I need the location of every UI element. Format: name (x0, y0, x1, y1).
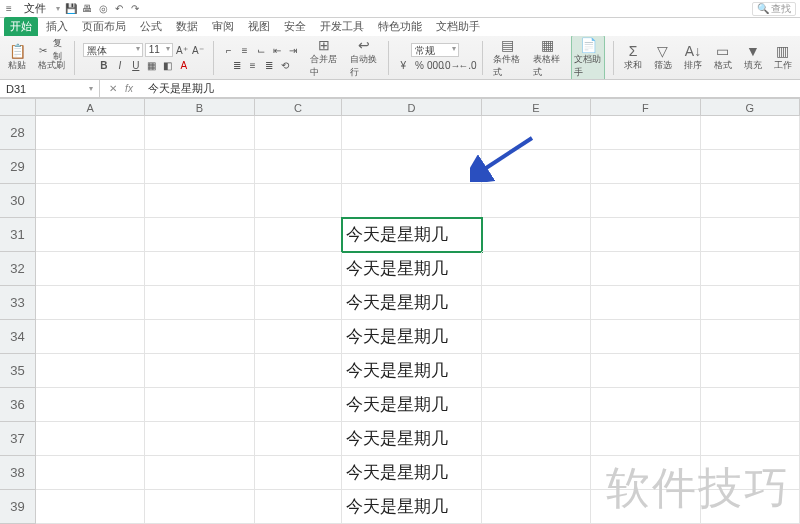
cell-C30[interactable] (255, 184, 343, 218)
col-header-C[interactable]: C (255, 98, 343, 115)
bold-button[interactable]: B (97, 58, 111, 72)
spreadsheet-grid[interactable]: ABCDEFG 28293031今天是星期几32今天是星期几33今天是星期几34… (0, 98, 800, 524)
cell-C31[interactable] (255, 218, 343, 252)
cell-B31[interactable] (145, 218, 254, 252)
cell-F30[interactable] (591, 184, 700, 218)
filter-button[interactable]: ▽筛选 (652, 42, 674, 73)
cell-E31[interactable] (482, 218, 591, 252)
row-header-31[interactable]: 31 (0, 218, 36, 252)
fx-icon[interactable]: fx (122, 82, 136, 96)
fill-button[interactable]: ▼填充 (742, 42, 764, 73)
row-header-38[interactable]: 38 (0, 456, 36, 490)
cell-B30[interactable] (145, 184, 254, 218)
cell-C37[interactable] (255, 422, 343, 456)
cell-G36[interactable] (701, 388, 801, 422)
row-header-37[interactable]: 37 (0, 422, 36, 456)
dec-dec-button[interactable]: ←.0 (460, 58, 474, 72)
work-button[interactable]: ▥工作 (772, 42, 794, 73)
col-header-G[interactable]: G (701, 98, 801, 115)
sum-button[interactable]: Σ求和 (622, 42, 644, 73)
cell-A32[interactable] (36, 252, 145, 286)
cell-A29[interactable] (36, 150, 145, 184)
cell-F38[interactable] (591, 456, 700, 490)
comma-button[interactable]: 000 (428, 58, 442, 72)
wrap-button[interactable]: ↩自动换行 (348, 36, 380, 80)
cell-E30[interactable] (482, 184, 591, 218)
cell-A33[interactable] (36, 286, 145, 320)
table-style-button[interactable]: ▦表格样式 (531, 36, 563, 80)
cell-F33[interactable] (591, 286, 700, 320)
cell-B38[interactable] (145, 456, 254, 490)
cell-A36[interactable] (36, 388, 145, 422)
cell-D30[interactable] (342, 184, 481, 218)
orientation-button[interactable]: ⟲ (278, 58, 292, 72)
col-header-F[interactable]: F (591, 98, 700, 115)
chevron-down-icon[interactable]: ▾ (56, 4, 60, 13)
row-header-36[interactable]: 36 (0, 388, 36, 422)
align-middle-button[interactable]: ≡ (238, 43, 252, 57)
cell-A38[interactable] (36, 456, 145, 490)
shrink-font-button[interactable]: A⁻ (191, 43, 205, 57)
cell-A34[interactable] (36, 320, 145, 354)
cell-B37[interactable] (145, 422, 254, 456)
chevron-down-icon[interactable]: ▾ (89, 84, 93, 93)
font-color-button[interactable]: A (177, 58, 191, 72)
underline-button[interactable]: U (129, 58, 143, 72)
cell-B32[interactable] (145, 252, 254, 286)
cell-A35[interactable] (36, 354, 145, 388)
tab-9[interactable]: 特色功能 (372, 17, 428, 36)
cell-E38[interactable] (482, 456, 591, 490)
cell-A30[interactable] (36, 184, 145, 218)
copy-button[interactable]: 复制 (52, 43, 66, 57)
cell-D39[interactable]: 今天是星期几 (342, 490, 481, 524)
cell-C36[interactable] (255, 388, 343, 422)
undo-icon[interactable]: ↶ (114, 4, 124, 14)
cell-G38[interactable] (701, 456, 801, 490)
cell-G39[interactable] (701, 490, 801, 524)
row-header-30[interactable]: 30 (0, 184, 36, 218)
formula-input[interactable]: 今天是星期几 (142, 81, 800, 96)
cell-E29[interactable] (482, 150, 591, 184)
select-all-corner[interactable] (0, 98, 36, 115)
col-header-A[interactable]: A (36, 98, 145, 115)
align-top-button[interactable]: ⌐ (222, 43, 236, 57)
row-header-29[interactable]: 29 (0, 150, 36, 184)
cell-F37[interactable] (591, 422, 700, 456)
dec-inc-button[interactable]: .0→ (444, 58, 458, 72)
cell-B34[interactable] (145, 320, 254, 354)
format-painter-button[interactable]: 格式刷 (37, 58, 66, 72)
tab-0[interactable]: 开始 (4, 17, 38, 36)
cell-C29[interactable] (255, 150, 343, 184)
cell-C35[interactable] (255, 354, 343, 388)
app-menu-icon[interactable]: ≡ (4, 4, 14, 14)
cell-C33[interactable] (255, 286, 343, 320)
cell-C39[interactable] (255, 490, 343, 524)
name-box[interactable]: D31 ▾ (0, 80, 100, 97)
cell-C28[interactable] (255, 116, 343, 150)
cond-format-button[interactable]: ▤条件格式 (491, 36, 523, 80)
cell-F28[interactable] (591, 116, 700, 150)
tab-5[interactable]: 审阅 (206, 17, 240, 36)
italic-button[interactable]: I (113, 58, 127, 72)
cell-A31[interactable] (36, 218, 145, 252)
cell-F36[interactable] (591, 388, 700, 422)
cell-G28[interactable] (701, 116, 801, 150)
cell-D35[interactable]: 今天是星期几 (342, 354, 481, 388)
grow-font-button[interactable]: A⁺ (175, 43, 189, 57)
redo-icon[interactable]: ↷ (130, 4, 140, 14)
sort-button[interactable]: A↓排序 (682, 42, 704, 73)
indent-left-button[interactable]: ⇤ (270, 43, 284, 57)
row-header-33[interactable]: 33 (0, 286, 36, 320)
cell-E35[interactable] (482, 354, 591, 388)
row-header-28[interactable]: 28 (0, 116, 36, 150)
cell-A28[interactable] (36, 116, 145, 150)
cell-G29[interactable] (701, 150, 801, 184)
print-icon[interactable]: 🖶 (82, 4, 92, 14)
tab-10[interactable]: 文档助手 (430, 17, 486, 36)
cell-G35[interactable] (701, 354, 801, 388)
cell-F34[interactable] (591, 320, 700, 354)
percent-button[interactable]: % (412, 58, 426, 72)
cell-C32[interactable] (255, 252, 343, 286)
align-left-button[interactable]: ≣ (230, 58, 244, 72)
cell-G32[interactable] (701, 252, 801, 286)
